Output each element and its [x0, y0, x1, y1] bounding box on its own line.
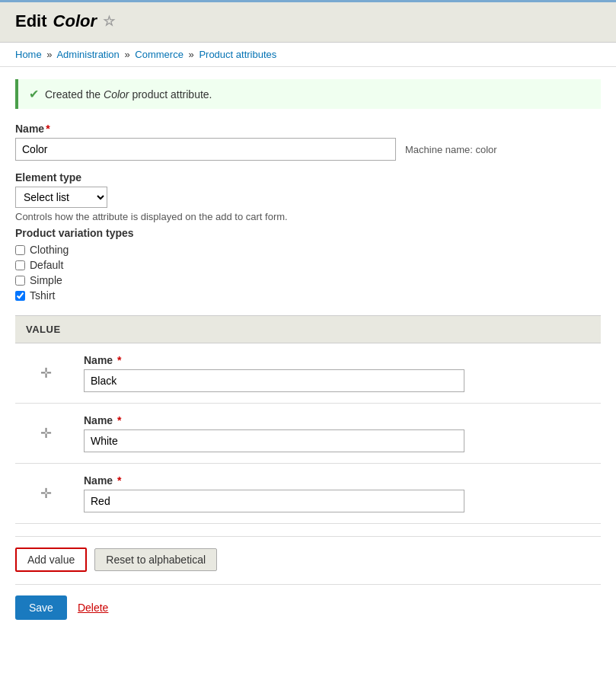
- breadcrumb-admin[interactable]: Administration: [56, 49, 119, 60]
- breadcrumb-sep2: »: [124, 49, 129, 60]
- machine-name: Machine name: color: [405, 144, 497, 155]
- value-table: VALUE ✛ Name * ✛ Name *: [15, 315, 601, 524]
- drag-handle-icon[interactable]: ✛: [40, 366, 52, 381]
- main-content: ✔ Created the Color product attribute. N…: [0, 67, 616, 632]
- value-name-input-2[interactable]: [84, 429, 464, 452]
- success-icon: ✔: [29, 87, 39, 101]
- checkbox-simple-label: Simple: [30, 274, 62, 286]
- name-label: Name*: [15, 123, 601, 135]
- add-value-button[interactable]: Add value: [15, 548, 87, 572]
- favorite-icon[interactable]: ☆: [103, 13, 115, 30]
- variation-types-group: Product variation types Clothing Default…: [15, 227, 601, 302]
- checkbox-clothing-label: Clothing: [30, 244, 69, 256]
- save-button[interactable]: Save: [15, 595, 67, 620]
- breadcrumb-product-attributes[interactable]: Product attributes: [199, 49, 276, 60]
- checkbox-default-label: Default: [30, 259, 63, 271]
- checkbox-simple[interactable]: Simple: [15, 274, 601, 286]
- page-header: Edit Color ☆: [0, 2, 616, 43]
- checkbox-default-input[interactable]: [15, 260, 25, 270]
- checkbox-clothing-input[interactable]: [15, 245, 25, 255]
- page-title-prefix: Edit: [15, 11, 47, 31]
- save-row: Save Delete: [15, 584, 601, 620]
- success-text: Created the Color product attribute.: [45, 88, 212, 101]
- required-indicator: *: [46, 123, 49, 135]
- drag-handle-icon[interactable]: ✛: [40, 486, 52, 501]
- page-title: Edit Color ☆: [15, 11, 601, 31]
- element-type-hint: Controls how the attribute is displayed …: [15, 211, 601, 222]
- checkbox-tshirt-input[interactable]: [15, 291, 25, 301]
- name-input[interactable]: [15, 138, 396, 161]
- success-message: ✔ Created the Color product attribute.: [15, 79, 601, 109]
- table-row: ✛ Name *: [15, 404, 601, 464]
- variation-types-label: Product variation types: [15, 227, 601, 239]
- delete-button[interactable]: Delete: [78, 602, 108, 614]
- element-type-label: Element type: [15, 171, 601, 184]
- value-table-header: VALUE: [15, 316, 601, 343]
- breadcrumb-sep1: »: [46, 49, 52, 60]
- breadcrumb-sep3: »: [189, 49, 194, 60]
- value-name-label-3: Name *: [84, 474, 573, 487]
- breadcrumb-home[interactable]: Home: [15, 49, 42, 60]
- checkbox-default[interactable]: Default: [15, 259, 601, 271]
- name-field-group: Name* Machine name: color: [15, 123, 601, 161]
- element-type-select[interactable]: Select list Checkboxes Radio buttons: [15, 187, 107, 208]
- table-row: ✛ Name *: [15, 464, 601, 524]
- action-buttons-row: Add value Reset to alphabetical: [15, 536, 601, 572]
- value-name-label-1: Name *: [84, 354, 573, 366]
- breadcrumb: Home » Administration » Commerce » Produ…: [0, 43, 616, 67]
- element-type-group: Element type Select list Checkboxes Radi…: [15, 171, 601, 222]
- breadcrumb-commerce[interactable]: Commerce: [135, 49, 184, 60]
- value-name-input-1[interactable]: [84, 369, 464, 392]
- checkbox-simple-input[interactable]: [15, 276, 25, 286]
- value-name-label-2: Name *: [84, 414, 573, 426]
- reset-to-alphabetical-button[interactable]: Reset to alphabetical: [94, 548, 217, 571]
- table-row: ✛ Name *: [15, 343, 601, 404]
- checkbox-clothing[interactable]: Clothing: [15, 244, 601, 256]
- checkbox-tshirt-label: Tshirt: [30, 289, 55, 302]
- checkbox-tshirt[interactable]: Tshirt: [15, 289, 601, 302]
- value-name-input-3[interactable]: [84, 490, 464, 512]
- drag-handle-icon[interactable]: ✛: [40, 426, 52, 441]
- page-title-italic: Color: [53, 11, 97, 31]
